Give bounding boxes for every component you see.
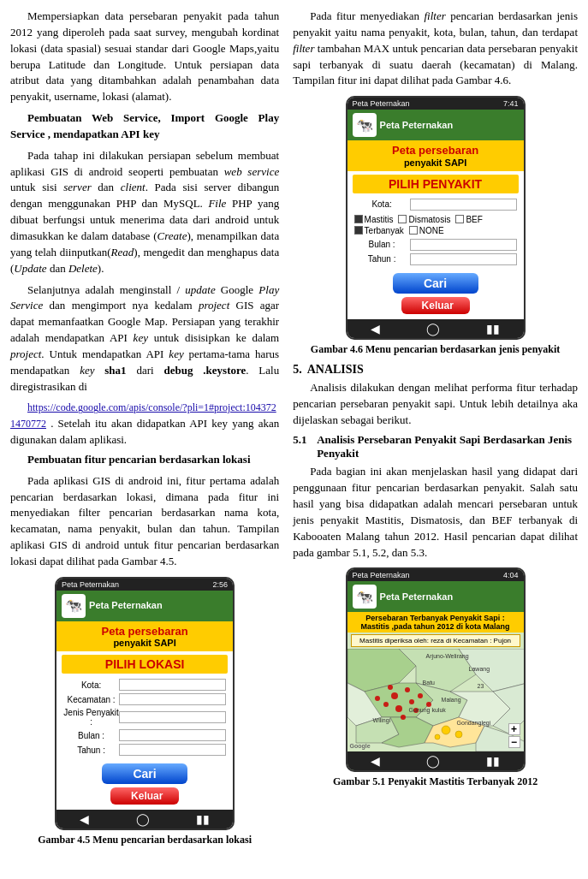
figure-4-5: Peta Peternakan 2:56 🐄 Peta Peternakan P…: [10, 577, 279, 847]
input-kota[interactable]: [119, 679, 226, 691]
map-mockup-1: Peta Peternakan 4:04 🐄 Peta Peternakan P…: [346, 567, 526, 772]
phone-app-icon-1: 🐄: [62, 594, 86, 618]
form-row-bulan-2: Bulan :: [354, 239, 517, 251]
menu-btn-1[interactable]: ▮▮: [196, 812, 210, 826]
label-penyakit: Jenis Penyakit :: [63, 708, 119, 727]
phone-app-icon-2: 🐄: [353, 113, 377, 137]
title-main-1: Peta persebaran: [58, 625, 231, 638]
svg-point-15: [395, 705, 402, 712]
svg-point-24: [455, 731, 462, 738]
map-status-bar: Peta Peternakan 4:04: [347, 569, 524, 581]
header-line1-1: Peta Peternakan: [89, 600, 163, 611]
input-penyakit[interactable]: [119, 711, 226, 723]
home-btn-map[interactable]: ◯: [426, 754, 440, 768]
menu-btn-map[interactable]: ▮▮: [486, 754, 500, 768]
sub-51-num: 5.1: [293, 433, 317, 460]
map-header-text: Peta Peternakan: [380, 591, 454, 603]
checkbox-bef-box[interactable]: [455, 215, 464, 223]
section-title-1: PILIH LOKASI: [62, 655, 228, 674]
left-column: Mempersiapkan data persebaran penyakit p…: [10, 9, 288, 853]
status-bar-1: Peta Peternakan 2:56: [56, 579, 233, 591]
map-area: Arjuno-Welirang Lawang Batu 23 Malang Gu…: [347, 649, 524, 751]
heading-web-service: Pembuatan Web Service, Import Google Pla…: [10, 110, 279, 143]
zoom-in-btn[interactable]: +: [508, 723, 520, 735]
checkbox-mastitis-box[interactable]: [354, 215, 363, 223]
checkbox-dismatosis-box[interactable]: [398, 215, 407, 223]
svg-point-23: [442, 726, 450, 734]
carrier-text-2: Peta Peternakan: [353, 99, 410, 108]
nav-bar-1: ◀ ◯ ▮▮: [56, 810, 233, 829]
status-time-2: 7:41: [503, 99, 519, 108]
para-fitur-lokasi: Pada aplikasi GIS di android ini, fitur …: [10, 473, 279, 570]
para-left-2: Pada tahap ini dilakukan persiapan sebel…: [10, 148, 279, 277]
map-svg: [347, 649, 524, 751]
back-btn-1[interactable]: ◀: [80, 812, 89, 826]
header-line1-2: Peta Peternakan: [380, 120, 454, 131]
fig-45-caption: Gambar 4.5 Menu pencarian berdasarkan lo…: [10, 834, 279, 846]
btn-keluar-1[interactable]: Keluar: [110, 787, 179, 805]
form-row-kecamatan: Kecamatan :: [63, 693, 226, 705]
figure-5-1: Peta Peternakan 4:04 🐄 Peta Peternakan P…: [293, 567, 578, 788]
input-kecamatan[interactable]: [119, 693, 226, 705]
status-time-1: 2:56: [213, 580, 229, 589]
form-row-bulan: Bulan :: [63, 729, 226, 741]
btn-cari-2[interactable]: Cari: [393, 273, 478, 294]
checkbox-mastitis: Mastitis: [354, 215, 394, 224]
input-bulan-2[interactable]: [410, 239, 517, 251]
phone-header-1: 🐄 Peta Peternakan: [56, 591, 233, 621]
svg-point-21: [401, 715, 406, 720]
fig-46-caption: Gambar 4.6 Menu pencarian berdasarkan je…: [293, 343, 578, 356]
map-header: 🐄 Peta Peternakan: [347, 581, 524, 612]
status-bar-2: Peta Peternakan 7:41: [347, 98, 524, 110]
checkbox-none-box[interactable]: [409, 226, 418, 235]
input-tahun-2[interactable]: [410, 253, 517, 265]
figure-4-6: Peta Peternakan 7:41 🐄 Peta Peternakan P…: [293, 96, 578, 356]
home-btn-2[interactable]: ◯: [426, 322, 440, 336]
label-bulan-2: Bulan :: [354, 240, 410, 249]
title-main-2: Peta persebaran: [349, 144, 522, 157]
checkbox-bef: BEF: [455, 215, 482, 224]
terbanyak-row: Terbanyak NONE: [347, 226, 524, 235]
map-time: 4:04: [503, 571, 519, 579]
para-left-1: Mempersiapkan data persebaran penyakit p…: [10, 9, 279, 105]
checkbox-dismatosis: Dismatosis: [398, 215, 450, 224]
title-sub-2: penyakit SAPI: [349, 157, 522, 168]
checkbox-terbanyak-box[interactable]: [354, 226, 363, 235]
input-tahun[interactable]: [119, 744, 226, 756]
home-btn-1[interactable]: ◯: [136, 812, 150, 826]
btn-cari-1[interactable]: Cari: [102, 763, 187, 784]
sub-51-title: Analisis Persebaran Penyakit Sapi Berdas…: [317, 433, 578, 460]
btn-keluar-2[interactable]: Keluar: [401, 297, 470, 314]
svg-point-25: [435, 734, 440, 739]
checkbox-none: NONE: [409, 226, 444, 235]
back-btn-map[interactable]: ◀: [371, 754, 380, 768]
input-kota-2[interactable]: [410, 199, 517, 211]
phone-title-bar-2: Peta persebaran penyakit SAPI: [347, 140, 524, 171]
label-kota-2: Kota:: [354, 199, 410, 209]
label-tahun: Tahun :: [63, 745, 119, 755]
map-label-23: 23: [478, 683, 484, 689]
svg-point-20: [375, 696, 380, 701]
link-para: https://code.google.com/apis/console/?pl…: [10, 400, 279, 448]
svg-point-17: [418, 693, 423, 698]
zoom-out-btn[interactable]: −: [508, 736, 520, 748]
input-bulan[interactable]: [119, 729, 226, 741]
section-5-num: 5.: [293, 363, 302, 376]
label-bulan: Bulan :: [63, 731, 119, 740]
cow-icon-2: 🐄: [356, 117, 373, 134]
menu-btn-2[interactable]: ▮▮: [486, 322, 500, 336]
map-carrier: Peta Peternakan: [353, 571, 410, 579]
label-none: NONE: [419, 226, 444, 235]
map-info-bar: Persebaran Terbanyak Penyakit Sapi : Mas…: [347, 612, 524, 633]
carrier-text: Peta Peternakan: [62, 580, 119, 589]
map-cow-icon: 🐄: [356, 589, 373, 605]
phone-header-text-2: Peta Peternakan: [380, 120, 454, 131]
label-kecamatan: Kecamatan :: [63, 695, 119, 704]
map-label-gunung: Gunung kuluk: [409, 707, 446, 713]
back-btn-2[interactable]: ◀: [371, 322, 380, 336]
label-bef: BEF: [466, 215, 482, 224]
para-after-link: . Setelah itu akan didapatkan API key ya…: [10, 417, 279, 446]
label-kota: Kota:: [63, 680, 119, 690]
section-title-2: PILIH PENYAKIT: [353, 175, 519, 193]
svg-point-19: [388, 685, 393, 690]
